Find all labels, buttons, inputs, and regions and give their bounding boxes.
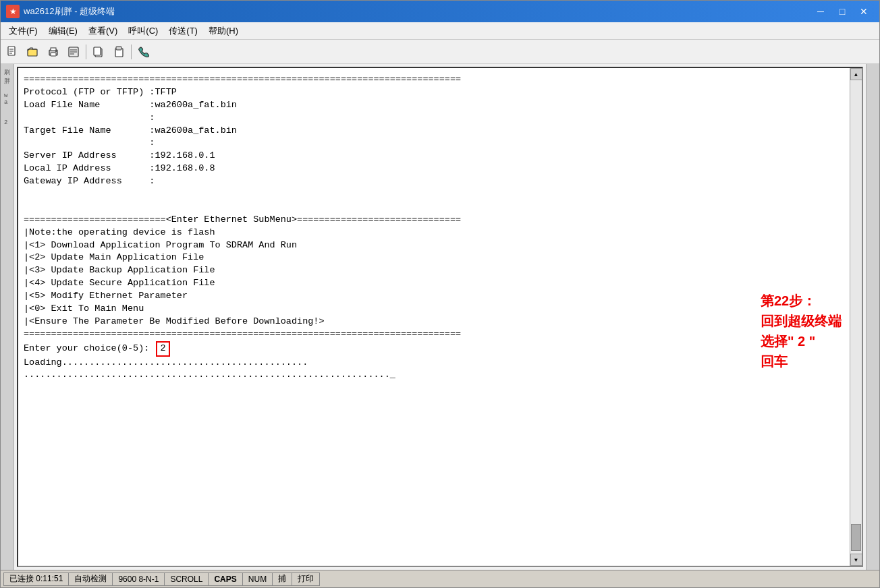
right-sidebar [866,64,879,570]
status-capture: 捕 [272,572,292,586]
svg-rect-4 [28,49,37,56]
menu-file[interactable]: 文件(F) [3,22,43,39]
open-button[interactable] [24,42,43,61]
title-bar: ★ wa2612刷胖 - 超级终端 ─ □ ✕ [1,1,879,22]
menu-edit[interactable]: 编辑(E) [43,22,83,39]
toolbar-separator-2 [131,45,132,59]
toolbar-separator-1 [86,45,86,59]
terminal-scrollbar[interactable]: ▲ ▼ [850,68,862,566]
window-controls: ─ □ ✕ [810,3,874,20]
scrollbar-track[interactable] [850,80,862,554]
menu-view[interactable]: 查看(V) [83,22,123,39]
app-icon: ★ [6,5,20,18]
copy-button[interactable] [89,42,108,61]
close-button[interactable]: ✕ [854,3,874,20]
minimize-button[interactable]: ─ [810,3,831,20]
scroll-down-arrow[interactable]: ▼ [850,554,862,566]
svg-point-8 [55,51,57,52]
main-window: ★ wa2612刷胖 - 超级终端 ─ □ ✕ 文件(F) 编辑(E) 查看(V… [0,0,880,588]
svg-rect-16 [116,47,121,50]
status-detect: 自动检测 [68,572,112,586]
terminal-wrapper: ========================================… [14,64,866,570]
menu-transfer[interactable]: 传送(T) [163,22,203,39]
status-bar: 已连接 0:11:51 自动检测 9600 8-N-1 SCROLL CAPS … [1,570,879,587]
window-title: wa2612刷胖 - 超级终端 [24,5,810,18]
status-caps: CAPS [208,572,242,586]
menu-call[interactable]: 呼叫(C) [123,22,163,39]
choice-value: 2 [156,341,169,357]
annotation-text: 第22步：回到超级终端选择" 2 "回车 [761,291,842,372]
menu-bar: 文件(F) 编辑(E) 查看(V) 呼叫(C) 传送(T) 帮助(H) [1,22,879,40]
properties-button[interactable] [64,42,83,61]
svg-rect-14 [94,47,101,55]
scroll-up-arrow[interactable]: ▲ [850,68,862,80]
print-button[interactable] [44,42,63,61]
maximize-button[interactable]: □ [832,3,852,20]
terminal-container[interactable]: ========================================… [17,67,863,567]
svg-rect-6 [51,53,56,56]
status-connected: 已连接 0:11:51 [3,572,68,586]
status-num: NUM [242,572,272,586]
new-button[interactable] [3,42,22,61]
menu-help[interactable]: 帮助(H) [203,22,244,39]
terminal-output: ========================================… [18,68,850,566]
paste-button[interactable] [109,42,128,61]
main-content: 刷 胖 w a 2 ==============================… [1,64,879,570]
scrollbar-thumb[interactable] [851,524,861,551]
dial-button[interactable] [134,42,153,61]
svg-rect-7 [51,48,56,51]
status-scroll: SCROLL [164,572,208,586]
left-sidebar-label: 刷 胖 w a 2 [4,68,10,126]
left-sidebar: 刷 胖 w a 2 [1,64,14,570]
status-print: 打印 [292,572,320,586]
status-baud: 9600 8-N-1 [112,572,164,586]
toolbar [1,40,879,64]
